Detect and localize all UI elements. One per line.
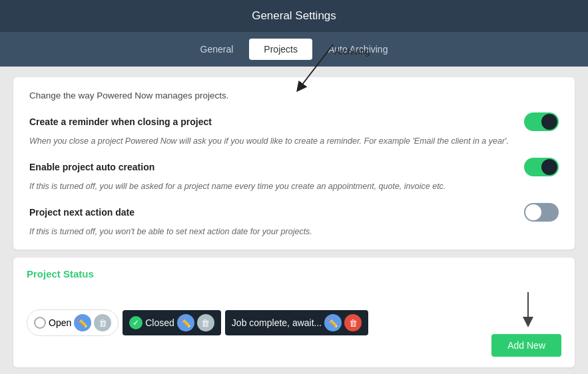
project-status-title: Project Status <box>27 268 561 280</box>
status-items: Open ✏️ 🗑 ✓ Closed ✏️ 🗑 Job complete, aw… <box>27 309 368 336</box>
setting-hint-auto-creation: If this is turned off, you will be asked… <box>29 182 559 191</box>
status-item-job-complete: Job complete, await... ✏️ 🗑 <box>225 310 368 335</box>
page-header: General Settings <box>0 0 588 32</box>
edit-job-button[interactable]: ✏️ <box>324 314 342 331</box>
status-label-closed: Closed <box>145 317 174 328</box>
setting-row-next-action: Project next action date <box>29 203 559 222</box>
toggle-next-action[interactable] <box>524 203 559 222</box>
setting-label-reminder: Create a reminder when closing a project <box>29 116 212 127</box>
setting-label-next-action: Project next action date <box>29 207 135 218</box>
setting-hint-reminder: When you close a project Powered Now wil… <box>29 136 559 146</box>
delete-open-button[interactable]: 🗑 <box>94 314 111 331</box>
main-content: Change the way Powered Now manages proje… <box>0 67 588 374</box>
settings-card: Change the way Powered Now manages proje… <box>13 77 575 250</box>
toggle-reminder[interactable] <box>524 112 559 131</box>
toggle-knob-auto-creation <box>541 159 557 175</box>
status-item-closed: ✓ Closed ✏️ 🗑 <box>123 310 221 335</box>
setting-hint-next-action: If this is turned off, you won't be able… <box>29 227 559 236</box>
status-label-open: Open <box>49 317 71 328</box>
project-status-section: Project Status Open ✏️ 🗑 ✓ Closed ✏️ 🗑 <box>13 258 575 367</box>
status-label-job-complete: Job complete, await... <box>232 317 322 328</box>
delete-closed-button[interactable]: 🗑 <box>197 314 214 331</box>
page-title: General Settings <box>252 9 336 22</box>
status-item-open: Open ✏️ 🗑 <box>27 309 119 336</box>
edit-open-button[interactable]: ✏️ <box>74 314 91 331</box>
add-new-button[interactable]: Add New <box>491 334 561 357</box>
toggle-auto-creation[interactable] <box>524 158 559 176</box>
setting-row-reminder: Create a reminder when closing a project <box>29 112 559 131</box>
svg-line-0 <box>300 45 333 88</box>
setting-row-auto-creation: Enable project auto creation <box>29 158 559 176</box>
toggle-knob-next-action <box>525 204 541 220</box>
delete-job-button[interactable]: 🗑 <box>344 314 362 331</box>
setting-label-auto-creation: Enable project auto creation <box>29 162 154 172</box>
closed-check-icon: ✓ <box>129 316 143 329</box>
annotation-arrow-2 <box>508 289 548 329</box>
svg-text:Archiving: Archiving <box>334 47 370 57</box>
open-circle-icon <box>34 317 46 329</box>
tab-general[interactable]: General <box>186 39 248 60</box>
edit-closed-button[interactable]: ✏️ <box>177 314 194 331</box>
toggle-knob-reminder <box>541 114 557 130</box>
annotation-arrow-1: Archiving <box>293 41 373 101</box>
